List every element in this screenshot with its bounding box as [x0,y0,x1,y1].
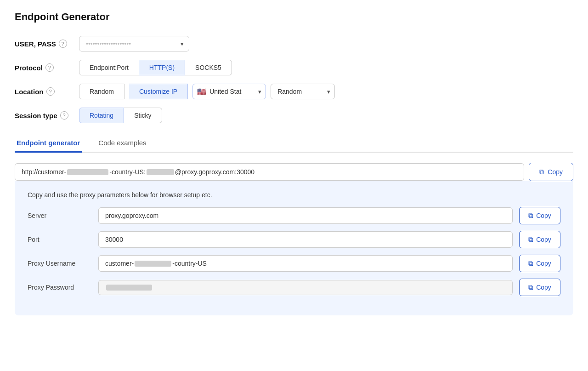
param-row-proxy-password: Proxy Password ⧉ Copy [28,279,560,296]
session-type-help-icon[interactable]: ? [60,111,68,120]
endpoint-url-redacted-1 [67,169,108,175]
endpoint-url-redacted-2 [147,169,174,175]
location-help-icon[interactable]: ? [46,87,55,96]
tabs-row: Endpoint generator Code examples [15,134,573,153]
user-pass-select[interactable]: •••••••••••••••••••• [79,36,189,51]
param-input-proxy-username: customer- -country-US [98,255,513,272]
user-pass-select-wrapper: •••••••••••••••••••• ▾ [79,36,189,51]
endpoint-url-prefix: http://customer- [22,168,66,176]
tab-code-examples[interactable]: Code examples [96,134,148,153]
country-select[interactable]: United Stat [192,84,266,99]
user-pass-label: USER, PASS ? [15,40,79,48]
param-input-server[interactable] [98,207,513,224]
random-select-wrapper: Random ▾ [271,84,335,99]
location-random-btn[interactable]: Random [79,84,124,99]
protocol-https-btn[interactable]: HTTP(S) [139,60,185,75]
protocol-endpoint-port-btn[interactable]: Endpoint:Port [79,60,139,75]
tab-endpoint-generator[interactable]: Endpoint generator [15,134,82,153]
protocol-btn-group: Endpoint:Port HTTP(S) SOCKS5 [79,60,232,75]
session-rotating-btn[interactable]: Rotating [79,108,124,123]
port-copy-icon: ⧉ [528,235,533,244]
endpoint-url-domain: @proxy.goproxy.com:30000 [175,168,254,176]
param-copy-button-proxy-username[interactable]: ⧉ Copy [519,255,560,272]
param-label-proxy-password: Proxy Password [28,284,92,291]
location-label: Location ? [15,87,79,96]
endpoint-copy-icon: ⧉ [539,168,544,176]
param-row-proxy-username: Proxy Username customer- -country-US ⧉ C… [28,255,560,272]
param-row-server: Server ⧉ Copy [28,207,560,224]
param-copy-button-port[interactable]: ⧉ Copy [519,231,560,248]
proxy-username-copy-icon: ⧉ [528,259,533,268]
proxy-password-redacted [106,285,152,291]
param-input-port[interactable] [98,231,513,248]
session-type-btn-group: Rotating Sticky [79,108,162,123]
param-copy-button-proxy-password[interactable]: ⧉ Copy [519,279,560,296]
info-box: Copy and use the proxy parameters below … [15,181,573,315]
location-group: Random Customize IP 🇺🇸 United Stat ▾ Ran… [79,84,335,99]
endpoint-copy-button[interactable]: ⧉ Copy [529,163,573,181]
location-row: Location ? Random Customize IP 🇺🇸 United… [15,84,573,99]
protocol-row: Protocol ? Endpoint:Port HTTP(S) SOCKS5 [15,60,573,75]
info-box-title: Copy and use the proxy parameters below … [28,191,560,199]
session-type-label: Session type ? [15,111,79,120]
endpoint-url-field: http://customer- -country-US: @proxy.gop… [15,163,524,181]
proxy-username-suffix: -country-US [172,260,207,267]
session-type-row: Session type ? Rotating Sticky [15,108,573,123]
location-customize-ip-btn[interactable]: Customize IP [129,84,188,99]
param-input-proxy-password [98,280,513,295]
param-label-port: Port [28,236,92,243]
country-select-wrapper: 🇺🇸 United Stat ▾ [192,84,266,99]
param-label-server: Server [28,212,92,219]
user-pass-row: USER, PASS ? •••••••••••••••••••• ▾ [15,36,573,51]
proxy-username-redacted [135,261,171,267]
endpoint-url-suffix-1: -country-US: [109,168,146,176]
proxy-username-prefix: customer- [105,260,134,267]
server-copy-icon: ⧉ [528,211,533,220]
protocol-label: Protocol ? [15,63,79,72]
param-label-proxy-username: Proxy Username [28,260,92,267]
session-sticky-btn[interactable]: Sticky [124,108,162,123]
user-pass-help-icon[interactable]: ? [59,40,67,48]
protocol-help-icon[interactable]: ? [45,63,54,72]
random-select[interactable]: Random [271,84,335,99]
param-row-port: Port ⧉ Copy [28,231,560,248]
endpoint-url-row: http://customer- -country-US: @proxy.gop… [15,163,573,181]
protocol-socks5-btn[interactable]: SOCKS5 [185,60,232,75]
page-title: Endpoint Generator [15,11,573,23]
proxy-password-copy-icon: ⧉ [528,283,533,291]
param-copy-button-server[interactable]: ⧉ Copy [519,207,560,224]
